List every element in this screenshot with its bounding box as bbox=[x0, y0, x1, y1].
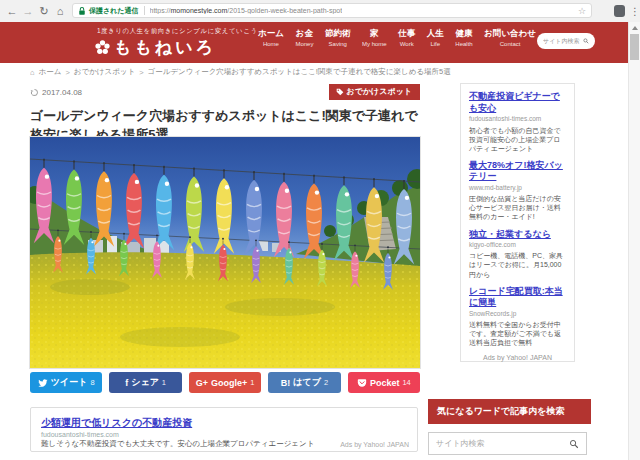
breadcrumb-home[interactable]: ホーム bbox=[39, 67, 62, 77]
sidebar-ad-3: 独立・起業するなら kigyo-office.com コピー機、電話機、PC、家… bbox=[469, 229, 566, 279]
sidebar-ad-link[interactable]: 不動産投資ビギナーでも安心 bbox=[469, 91, 566, 114]
scrollbar-up-icon[interactable] bbox=[632, 26, 638, 30]
ads-by-label: Ads by Yahoo! JAPAN bbox=[340, 441, 409, 448]
main-nav: ホーム Home お金 Money 節約術 Saving 家 My home 仕… bbox=[258, 28, 536, 47]
pocket-button[interactable]: Pocket 14 bbox=[348, 372, 420, 393]
sidebar-search-box[interactable] bbox=[428, 432, 587, 455]
category-badge[interactable]: おでかけスポット bbox=[329, 84, 421, 100]
nav-item-contact[interactable]: お問い合わせ Contact bbox=[484, 28, 536, 47]
ads-by-label: Ads by Yahoo! JAPAN bbox=[469, 354, 566, 361]
header-search-box[interactable] bbox=[537, 33, 595, 49]
search-icon bbox=[569, 439, 579, 449]
nav-item-saving[interactable]: 節約術 Saving bbox=[325, 28, 351, 47]
facebook-icon: f bbox=[125, 378, 128, 388]
divider bbox=[144, 6, 145, 15]
flower-icon bbox=[94, 39, 111, 56]
nav-item-life[interactable]: 人生 Life bbox=[427, 28, 444, 47]
bottom-ad-link[interactable]: 少額運用で低リスクの不動産投資 bbox=[41, 416, 192, 430]
forward-icon[interactable]: → bbox=[20, 0, 36, 22]
sidebar-search-input[interactable] bbox=[436, 439, 569, 448]
article-search-widget-title: 気になるワードで記事内を検索 bbox=[428, 399, 591, 424]
breadcrumb-category[interactable]: おでかけスポット bbox=[74, 67, 135, 77]
page-url: https://momonestyle.com/2015-golden-week… bbox=[150, 7, 343, 14]
site-header: 1度きりの人生を前向きにシンプルに変えていこう ももねいろ ホーム Home お… bbox=[0, 22, 628, 63]
nav-item-home[interactable]: ホーム Home bbox=[258, 28, 284, 47]
pocket-icon bbox=[357, 378, 367, 388]
sidebar-ad-link[interactable]: レコード宅配買取:本当に簡単 bbox=[469, 286, 566, 309]
address-bar[interactable]: 保護された通信 https://momonestyle.com/2015-gol… bbox=[72, 3, 592, 18]
googleplus-button[interactable]: G+ Google+ 1 bbox=[189, 372, 261, 393]
bottom-ad-url: fudousantoshi-times.com bbox=[41, 431, 407, 438]
header-search-input[interactable] bbox=[543, 38, 583, 44]
post-date: 2017.04.08 bbox=[30, 88, 82, 97]
site-logo[interactable]: ももねいろ bbox=[94, 36, 216, 59]
sidebar-ad-link[interactable]: 最大78%オフ!格安バッテリー bbox=[469, 160, 566, 183]
sidebar-ad-1: 不動産投資ビギナーでも安心 fudousantoshi-times.com 初心… bbox=[469, 91, 566, 153]
extension-icon[interactable] bbox=[614, 5, 625, 17]
padlock-icon bbox=[78, 6, 86, 16]
scrollbar-thumb[interactable] bbox=[630, 34, 639, 60]
site-tagline: 1度きりの人生を前向きにシンプルに変えていこう bbox=[97, 27, 258, 36]
sidebar-ad-box: 不動産投資ビギナーでも安心 fudousantoshi-times.com 初心… bbox=[460, 83, 575, 362]
browser-menu-icon[interactable]: ⋮ bbox=[630, 0, 640, 22]
update-icon bbox=[30, 88, 39, 97]
home-icon[interactable]: ⌂ bbox=[52, 0, 68, 22]
back-icon[interactable]: ← bbox=[4, 0, 20, 22]
bottom-ad: 少額運用で低リスクの不動産投資 fudousantoshi-times.com … bbox=[30, 407, 418, 452]
sidebar-ad-link[interactable]: 独立・起業するなら bbox=[469, 229, 566, 241]
hatena-button[interactable]: B! はてブ 2 bbox=[268, 372, 340, 393]
tag-icon bbox=[336, 88, 344, 96]
twitter-icon bbox=[38, 378, 48, 388]
sidebar-ad-4: レコード宅配買取:本当に簡単 SnowRecords.jp 送料無料で全国からお… bbox=[469, 286, 566, 348]
nav-item-work[interactable]: 仕事 Work bbox=[398, 28, 415, 47]
googleplus-icon: G+ bbox=[196, 378, 208, 388]
nav-item-myhome[interactable]: 家 My home bbox=[362, 28, 387, 47]
breadcrumb-home-icon: ⌂ bbox=[30, 68, 35, 77]
facebook-share-button[interactable]: f シェア 1 bbox=[109, 372, 181, 393]
reload-icon[interactable]: ↻ bbox=[36, 0, 52, 22]
share-buttons: ツイート 8 f シェア 1 G+ Google+ 1 B! はてブ 2 Poc… bbox=[30, 372, 420, 393]
search-icon bbox=[583, 37, 589, 45]
breadcrumb-current: ゴールデンウィーク穴場おすすめスポットはここ!関東で子連れで格安に楽しめる場所5… bbox=[148, 67, 451, 77]
breadcrumb: ⌂ ホーム > おでかけスポット > ゴールデンウィーク穴場おすすめスポットはこ… bbox=[30, 67, 590, 77]
tweet-button[interactable]: ツイート 8 bbox=[30, 372, 102, 393]
article-hero-image bbox=[30, 137, 420, 368]
browser-scrollbar[interactable] bbox=[628, 22, 640, 460]
sidebar-ad-2: 最大78%オフ!格安バッテリー www.md-battery.jp 圧倒的な品質… bbox=[469, 160, 566, 222]
nav-item-money[interactable]: お金 Money bbox=[295, 28, 313, 47]
site-logo-text: ももねいろ bbox=[114, 36, 216, 59]
hatena-icon: B! bbox=[281, 378, 291, 388]
article-meta: 2017.04.08 おでかけスポット bbox=[30, 84, 420, 100]
bookmark-star-icon[interactable]: ☆ bbox=[578, 6, 586, 16]
nav-item-health[interactable]: 健康 Health bbox=[455, 28, 472, 47]
security-label: 保護された通信 bbox=[89, 6, 139, 16]
browser-toolbar: ← → ↻ ⌂ 保護された通信 https://momonestyle.com/… bbox=[0, 0, 640, 23]
